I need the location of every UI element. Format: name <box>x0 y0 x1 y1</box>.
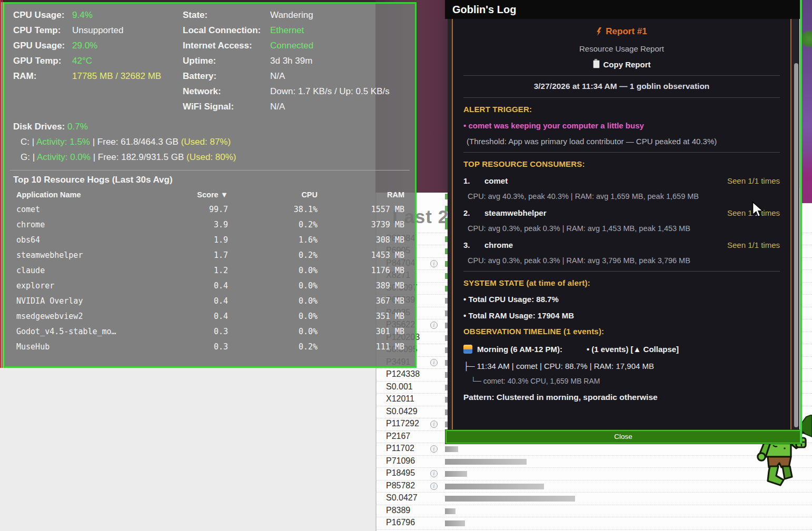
info-icon[interactable]: i <box>430 322 438 329</box>
consumer-detail: CPU: avg 0.3%, peak 0.3% | RAM: avg 3,79… <box>463 256 780 265</box>
list-item[interactable]: P11702 i <box>375 443 812 456</box>
hog-ram: 111 MB <box>318 339 404 355</box>
hog-row[interactable]: obs64 1.9 1.6% 308 MB <box>5 233 415 248</box>
process-label: S0.001 <box>386 382 413 392</box>
hog-row[interactable]: MuseHub 0.3 0.2% 111 MB <box>5 339 415 355</box>
hog-ram: 1453 MB <box>318 248 404 263</box>
consumer-name: 2.steamwebhelper <box>463 208 547 217</box>
list-item[interactable]: P85782 i <box>375 480 812 493</box>
timeline-collapse[interactable]: • (1 events) [▲ Collapse] <box>587 345 679 354</box>
info-icon[interactable]: i <box>430 470 438 477</box>
hog-row[interactable]: NVIDIA Overlay 0.4 0.0% 367 MB <box>5 294 415 309</box>
consumer-block: 3.chrome Seen 1/1 times CPU: avg 0.3%, p… <box>463 241 780 265</box>
screen: Last 25 i P89084 i P6905 i <box>0 0 812 531</box>
info-icon[interactable]: i <box>430 260 438 267</box>
list-item[interactable]: S0.0427 i <box>375 493 812 505</box>
stat-value: Unsupported <box>72 25 183 36</box>
stat-label: Battery: <box>183 71 270 82</box>
consumers-header: TOP RESOURCE CONSUMERS: <box>463 159 780 168</box>
hog-score: 1.7 <box>133 248 228 263</box>
col-application-name[interactable]: Application Name <box>16 191 133 199</box>
stats-grid: CPU Usage: 9.4% State: Wandering CPU Tem… <box>5 4 415 112</box>
hog-row[interactable]: chrome 3.9 0.2% 3739 MB <box>5 217 415 233</box>
hog-row[interactable]: Godot_v4.5-stable_mo… 0.3 0.0% 301 MB <box>5 324 415 339</box>
process-label: P124338 <box>386 369 420 379</box>
threshold-line: (Threshold: App was primary load contrib… <box>463 137 780 146</box>
hogs-table: comet 99.7 38.1% 1557 MB chrome 3.9 0.2%… <box>5 202 415 355</box>
close-button[interactable]: Close <box>445 430 801 444</box>
list-item[interactable]: P16796 i <box>375 517 812 530</box>
info-icon[interactable]: i <box>430 483 438 490</box>
info-icon[interactable]: i <box>430 445 438 453</box>
col-cpu[interactable]: CPU <box>228 191 318 199</box>
disk-header: Disk Drives: <box>13 122 65 132</box>
timeline-period-row: Morning (6 AM-12 PM): • (1 events) [▲ Co… <box>463 345 780 354</box>
process-label: P18495 <box>386 468 415 478</box>
process-label: P71096 <box>386 456 415 466</box>
usage-bar <box>445 471 467 477</box>
hog-row[interactable]: steamwebhelper 1.7 0.2% 1453 MB <box>5 248 415 263</box>
hog-name: explorer <box>16 278 133 294</box>
stat-value: 3d 3h 39m <box>270 56 415 66</box>
stat-value: N/A <box>270 71 415 82</box>
disk-drive-line: G: | Activity: 0.0% | Free: 182.9/931.5 … <box>13 152 415 163</box>
hog-ram: 308 MB <box>318 233 404 248</box>
stat-value: Ethernet <box>270 25 415 36</box>
hog-score: 99.7 <box>133 202 228 217</box>
drive-activity: Activity: 1.5% <box>36 137 90 147</box>
hog-score: 3.9 <box>133 217 228 233</box>
info-icon[interactable]: i <box>430 420 438 428</box>
window-title[interactable]: Goblin's Log <box>445 0 802 19</box>
disk-drive-line: C: | Activity: 1.5% | Free: 61.8/464.3 G… <box>13 137 415 147</box>
hog-name: comet <box>16 202 133 217</box>
col-score-sort[interactable]: Score ▼ <box>133 191 228 199</box>
process-label: P8389 <box>386 506 410 515</box>
card-divider <box>463 152 780 153</box>
list-item[interactable]: P71096 i <box>375 456 812 468</box>
stat-label: GPU Usage: <box>13 41 72 51</box>
hog-score: 1.2 <box>133 263 228 278</box>
report-card: Report #1 Resource Usage Report Copy Rep… <box>452 19 791 430</box>
info-icon[interactable]: i <box>430 359 438 366</box>
hog-name: MuseHub <box>16 339 133 355</box>
process-label: P85782 <box>386 481 415 490</box>
usage-bar <box>445 508 455 514</box>
stat-label: Local Connection: <box>183 25 270 36</box>
stat-label <box>13 102 72 112</box>
hog-row[interactable]: comet 99.7 38.1% 1557 MB <box>5 202 415 217</box>
stat-label: CPU Usage: <box>13 10 72 21</box>
hog-row[interactable]: msedgewebview2 0.4 0.0% 351 MB <box>5 309 415 324</box>
hog-cpu: 0.2% <box>228 217 318 233</box>
timeline-header: OBSERVATION TIMELINE (1 events): <box>463 327 780 336</box>
consumer-detail: CPU: avg 0.3%, peak 0.3% | RAM: avg 1,45… <box>463 224 780 233</box>
hog-name: NVIDIA Overlay <box>16 294 133 309</box>
report-subtitle: Resource Usage Report <box>463 44 780 53</box>
list-item[interactable]: P8389 i <box>375 505 812 518</box>
hog-name: chrome <box>16 217 133 233</box>
hog-row[interactable]: explorer 0.4 0.0% 389 MB <box>5 278 415 294</box>
hog-ram: 351 MB <box>318 309 404 324</box>
stat-value: Wandering <box>270 10 415 21</box>
hog-row[interactable]: claude 1.2 0.0% 1176 MB <box>5 263 415 278</box>
hog-cpu: 0.0% <box>228 278 318 294</box>
scrollbar-thumb[interactable] <box>794 63 798 427</box>
drive-used: (Used: 87%) <box>181 137 231 147</box>
col-ram[interactable]: RAM <box>318 191 404 199</box>
list-item[interactable]: P18495 i <box>375 468 812 480</box>
lightning-icon <box>596 27 601 36</box>
alert-trigger-header: ALERT TRIGGER: <box>463 105 780 114</box>
consumer-seen-count: Seen 1/1 times <box>727 176 780 185</box>
hog-cpu: 0.2% <box>228 248 318 263</box>
stat-label: CPU Temp: <box>13 25 72 36</box>
disk-total: 0.7% <box>67 122 88 132</box>
background-foliage <box>803 29 812 49</box>
left-red-border <box>0 0 1 368</box>
consumer-name: 1.comet <box>463 176 508 185</box>
usage-bar <box>445 496 575 502</box>
process-label: P2167 <box>386 432 410 441</box>
stat-value: Connected <box>270 41 415 51</box>
disk-section: Disk Drives: 0.7% C: | Activity: 1.5% | … <box>5 112 415 163</box>
stat-label <box>13 86 72 97</box>
hog-ram: 389 MB <box>318 278 404 294</box>
copy-report-button[interactable]: Copy Report <box>463 60 780 69</box>
